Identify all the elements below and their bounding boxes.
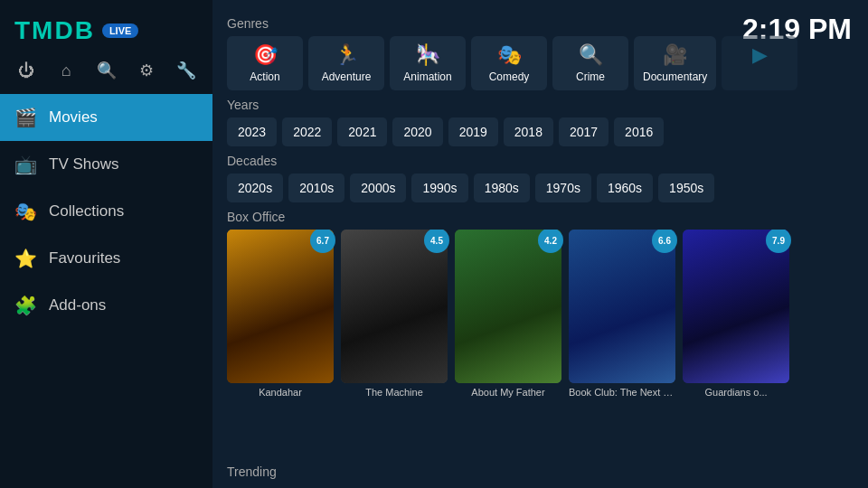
year-2020[interactable]: 2020 xyxy=(392,117,442,146)
boxoffice-row: KANDAHAR 6.7 Kandahar 4.5 The Machine xyxy=(227,230,854,398)
genre-animation[interactable]: 🎠 Animation xyxy=(390,36,466,90)
movie-title-bookclub: Book Club: The Next Cha... xyxy=(569,387,675,398)
decades-label: Decades xyxy=(227,154,854,168)
genre-action-icon: 🎯 xyxy=(253,43,278,67)
years-row: 2023 2022 2021 2020 2019 2018 2017 2016 xyxy=(227,117,854,146)
addons-icon: 🧩 xyxy=(14,295,36,316)
home-icon[interactable]: ⌂ xyxy=(54,58,78,83)
genre-animation-icon: 🎠 xyxy=(416,43,440,67)
decade-1980s[interactable]: 1980s xyxy=(474,174,530,202)
sidebar: TMDB LIVE ⏻ ⌂ 🔍 ⚙ 🔧 🎬 Movies 📺 TV Shows … xyxy=(0,0,212,488)
movie-machine[interactable]: 4.5 The Machine xyxy=(341,230,448,398)
decade-2020s[interactable]: 2020s xyxy=(227,174,283,202)
movie-father[interactable]: 4.2 About My Father xyxy=(455,230,561,398)
tools-icon[interactable]: 🔧 xyxy=(175,58,198,83)
movie-title-machine: The Machine xyxy=(341,387,448,398)
genre-documentary[interactable]: 🎥 Documentary xyxy=(634,36,716,90)
decade-2010s[interactable]: 2010s xyxy=(288,174,344,202)
genre-documentary-label: Documentary xyxy=(643,70,707,83)
movie-guardians[interactable]: 7.9 Guardians o... xyxy=(683,230,789,398)
power-icon[interactable]: ⏻ xyxy=(14,58,38,83)
year-2016[interactable]: 2016 xyxy=(614,117,664,146)
genre-comedy-icon: 🎭 xyxy=(497,43,522,67)
genre-adventure-label: Adventure xyxy=(322,70,372,83)
years-label: Years xyxy=(227,98,854,112)
top-icons-bar: ⏻ ⌂ 🔍 ⚙ 🔧 xyxy=(0,54,212,94)
favourites-icon: ⭐ xyxy=(14,248,36,269)
poster-detail-kandahar: KANDAHAR xyxy=(227,230,334,383)
movie-title-kandahar: Kandahar xyxy=(227,387,334,398)
movie-poster-guardians xyxy=(683,230,789,383)
movie-title-father: About My Father xyxy=(455,387,561,398)
movie-title-guardians: Guardians o... xyxy=(683,387,789,398)
genre-more[interactable]: ▶ xyxy=(722,36,797,90)
poster-detail-bookclub xyxy=(569,230,675,383)
genre-crime[interactable]: 🔍 Crime xyxy=(552,36,628,90)
movies-icon: 🎬 xyxy=(14,107,36,128)
genre-comedy-label: Comedy xyxy=(489,70,530,83)
sidebar-item-favourites[interactable]: ⭐ Favourites xyxy=(0,235,212,282)
decade-2000s[interactable]: 2000s xyxy=(350,174,406,202)
sidebar-item-tvshows-label: TV Shows xyxy=(49,155,118,174)
tvshows-icon: 📺 xyxy=(14,154,36,175)
logo-area: TMDB LIVE xyxy=(0,0,212,54)
decades-row: 2020s 2010s 2000s 1990s 1980s 1970s 1960… xyxy=(227,174,854,202)
collections-icon: 🎭 xyxy=(14,201,36,222)
boxoffice-section: Box Office KANDAHAR 6.7 Kandahar xyxy=(227,210,854,398)
sidebar-item-tvshows[interactable]: 📺 TV Shows xyxy=(0,141,212,188)
poster-detail-guardians xyxy=(683,230,789,383)
sidebar-item-collections-label: Collections xyxy=(49,202,124,221)
genre-adventure-icon: 🏃 xyxy=(335,43,359,67)
decade-1990s[interactable]: 1990s xyxy=(411,174,467,202)
year-2023[interactable]: 2023 xyxy=(227,117,277,146)
movie-bookclub[interactable]: 6.6 Book Club: The Next Cha... xyxy=(569,230,675,398)
genre-action[interactable]: 🎯 Action xyxy=(227,36,303,90)
movie-poster-machine xyxy=(341,230,448,383)
trending-label: Trending xyxy=(227,465,277,479)
search-icon[interactable]: 🔍 xyxy=(94,58,118,83)
content-area: Genres 🎯 Action 🏃 Adventure 🎠 Animation … xyxy=(212,0,868,398)
sidebar-item-addons[interactable]: 🧩 Add-ons xyxy=(0,282,212,329)
decade-1960s[interactable]: 1960s xyxy=(597,174,653,202)
genres-row: 🎯 Action 🏃 Adventure 🎠 Animation 🎭 Comed… xyxy=(227,36,854,90)
year-2019[interactable]: 2019 xyxy=(448,117,498,146)
genre-adventure[interactable]: 🏃 Adventure xyxy=(308,36,384,90)
poster-detail-machine xyxy=(341,230,448,383)
movie-kandahar[interactable]: KANDAHAR 6.7 Kandahar xyxy=(227,230,334,398)
sidebar-item-favourites-label: Favourites xyxy=(49,249,120,267)
year-2021[interactable]: 2021 xyxy=(337,117,387,146)
sidebar-item-collections[interactable]: 🎭 Collections xyxy=(0,188,212,235)
movie-poster-father xyxy=(455,230,561,383)
logo-badge: LIVE xyxy=(102,23,138,38)
year-2022[interactable]: 2022 xyxy=(282,117,332,146)
sidebar-item-movies[interactable]: 🎬 Movies xyxy=(0,94,212,141)
decade-1950s[interactable]: 1950s xyxy=(658,174,714,202)
movie-poster-bookclub xyxy=(569,230,675,383)
year-2017[interactable]: 2017 xyxy=(559,117,609,146)
genre-comedy[interactable]: 🎭 Comedy xyxy=(471,36,547,90)
nav-items: 🎬 Movies 📺 TV Shows 🎭 Collections ⭐ Favo… xyxy=(0,94,212,488)
decade-1970s[interactable]: 1970s xyxy=(535,174,591,202)
boxoffice-label: Box Office xyxy=(227,210,854,224)
genre-crime-label: Crime xyxy=(576,70,605,83)
logo-text: TMDB xyxy=(14,16,95,45)
year-2018[interactable]: 2018 xyxy=(504,117,553,146)
genre-crime-icon: 🔍 xyxy=(579,43,603,67)
sidebar-item-addons-label: Add-ons xyxy=(49,296,106,314)
genre-action-label: Action xyxy=(250,70,279,83)
main-content: 2:19 PM Genres 🎯 Action 🏃 Adventure 🎠 An… xyxy=(212,0,868,488)
movie-poster-kandahar: KANDAHAR xyxy=(227,230,334,383)
genre-documentary-icon: 🎥 xyxy=(663,43,687,67)
genre-more-icon: ▶ xyxy=(752,43,768,67)
genre-animation-label: Animation xyxy=(403,70,451,83)
poster-detail-father xyxy=(455,230,561,383)
settings-icon[interactable]: ⚙ xyxy=(135,58,158,83)
sidebar-item-movies-label: Movies xyxy=(49,108,98,127)
